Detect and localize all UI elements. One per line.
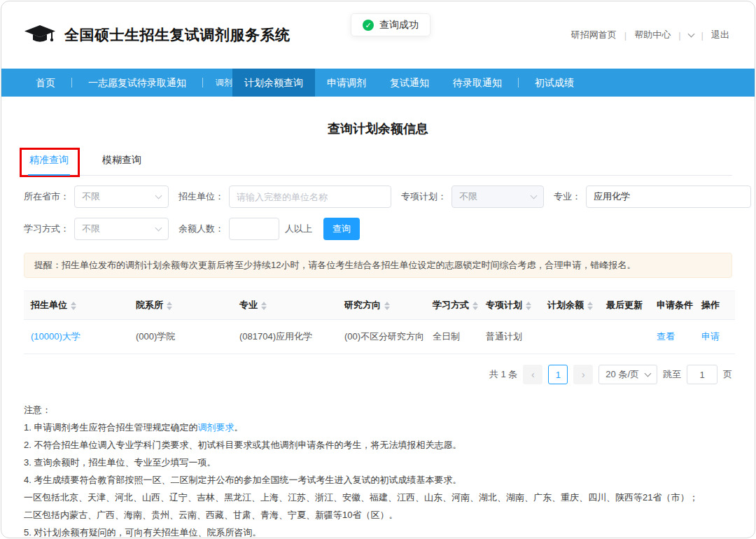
view-condition-link[interactable]: 查看 bbox=[657, 331, 675, 342]
filter-row-2: 学习方式： 不限 余额人数： 人以上 查询 bbox=[24, 218, 732, 240]
page-size-select[interactable]: 20 条/页 bbox=[598, 365, 657, 384]
major-label: 专业： bbox=[554, 190, 581, 203]
col-label: 院系所 bbox=[136, 300, 163, 310]
cell-last-update bbox=[599, 320, 650, 354]
note-1: 1. 申请调剂考生应符合招生管理规定确定的调剂要求。 bbox=[24, 419, 732, 436]
province-select[interactable]: 不限 bbox=[74, 186, 169, 208]
divider: | bbox=[701, 30, 704, 41]
success-check-icon: ✓ bbox=[363, 20, 374, 31]
col-header-unit[interactable]: 招生单位 bbox=[24, 291, 129, 320]
balance-count-label: 余额人数： bbox=[178, 223, 224, 235]
chevron-down-icon bbox=[531, 192, 538, 200]
tab-precise-label: 精准查询 bbox=[29, 154, 69, 165]
field-major: 专业： bbox=[554, 186, 751, 208]
col-header-study-mode[interactable]: 学习方式 bbox=[426, 291, 479, 320]
col-label: 最后更新 bbox=[606, 300, 643, 310]
jump-label: 跳至 bbox=[663, 368, 681, 381]
page-number-1[interactable]: 1 bbox=[548, 365, 568, 384]
tab-fuzzy-query[interactable]: 模糊查询 bbox=[101, 154, 143, 175]
filter-form: 所在省市： 不限 招生单位： 专项计划： 不限 专业： bbox=[24, 186, 732, 240]
next-page-button[interactable]: › bbox=[573, 365, 593, 384]
unit-label: 招生单位： bbox=[178, 190, 224, 203]
nav-item-plan-balance-query[interactable]: 计划余额查询 bbox=[232, 69, 315, 97]
col-header-department[interactable]: 院系所 bbox=[129, 291, 232, 320]
field-unit: 招生单位： bbox=[178, 186, 391, 208]
study-mode-label: 学习方式： bbox=[24, 223, 69, 235]
cell-study-mode: 全日制 bbox=[426, 320, 479, 354]
link-help-center[interactable]: 帮助中心 bbox=[634, 29, 671, 41]
field-study-mode: 学习方式： 不限 bbox=[24, 218, 169, 240]
app-window: 全国硕士生招生复试调剂服务系统 ✓ 查询成功 研招网首页 | 帮助中心 | | … bbox=[1, 1, 755, 538]
table-row: (10000)大学 (000)学院 (081704)应用化学 (00)不区分研究… bbox=[24, 320, 735, 354]
page-size-value: 20 条/页 bbox=[606, 368, 639, 381]
main-nav: 首页 一志愿复试待录取通知 调剂 计划余额查询 申请调剂 复试通知 待录取通知 … bbox=[1, 69, 755, 97]
col-label: 学习方式 bbox=[433, 300, 469, 310]
sort-icon[interactable] bbox=[472, 302, 478, 310]
search-button[interactable]: 查询 bbox=[323, 218, 360, 240]
note-2: 2. 不符合招生单位调入专业学科门类要求、初试科目要求或其他调剂申请条件的考生，… bbox=[24, 436, 732, 454]
query-tabs: 精准查询 模糊查询 bbox=[24, 154, 732, 176]
filter-row-1: 所在省市： 不限 招生单位： 专项计划： 不限 专业： bbox=[24, 186, 732, 208]
balance-count-input[interactable] bbox=[229, 218, 279, 240]
header-links: 研招网首页 | 帮助中心 | | 退出 bbox=[571, 29, 729, 41]
sort-icon[interactable] bbox=[71, 302, 76, 310]
col-label: 专业 bbox=[239, 300, 258, 310]
chevron-down-icon bbox=[645, 370, 652, 377]
col-label: 研究方向 bbox=[344, 300, 381, 310]
nav-item-initial-score[interactable]: 初试成绩 bbox=[523, 69, 586, 97]
prev-page-button[interactable]: ‹ bbox=[523, 365, 542, 384]
special-plan-select-value: 不限 bbox=[459, 190, 477, 203]
cell-department: (000)学院 bbox=[129, 320, 232, 354]
tab-precise-query[interactable]: 精准查询 bbox=[28, 154, 70, 175]
sort-icon[interactable] bbox=[526, 302, 531, 310]
nav-item-apply-adjustment[interactable]: 申请调剂 bbox=[315, 69, 378, 97]
cell-major: (081704)应用化学 bbox=[232, 320, 337, 354]
link-logout[interactable]: 退出 bbox=[711, 29, 729, 41]
col-header-action: 操作 bbox=[694, 291, 735, 320]
app-title: 全国硕士生招生复试调剂服务系统 bbox=[64, 25, 290, 45]
note-3: 3. 查询余额时，招生单位、专业至少填写一项。 bbox=[24, 454, 732, 471]
col-label: 计划余额 bbox=[547, 300, 584, 310]
sort-icon[interactable] bbox=[384, 302, 390, 310]
apply-link[interactable]: 申请 bbox=[701, 331, 720, 342]
nav-item-retest-notice[interactable]: 复试通知 bbox=[378, 69, 441, 97]
sort-icon[interactable] bbox=[167, 302, 172, 310]
field-balance-count: 余额人数： 人以上 bbox=[178, 218, 312, 240]
unit-link[interactable]: (10000)大学 bbox=[31, 331, 80, 342]
study-mode-select-value: 不限 bbox=[82, 223, 100, 235]
cell-plan-balance bbox=[540, 320, 599, 354]
nav-item-first-choice-notice[interactable]: 一志愿复试待录取通知 bbox=[76, 69, 198, 97]
cell-special-plan: 普通计划 bbox=[479, 320, 540, 354]
col-header-apply-condition: 申请条件 bbox=[650, 291, 694, 320]
page-unit-label: 页 bbox=[723, 368, 732, 381]
col-header-direction[interactable]: 研究方向 bbox=[337, 291, 426, 320]
col-header-special-plan[interactable]: 专项计划 bbox=[479, 291, 540, 320]
user-dropdown-chevron-icon[interactable] bbox=[687, 31, 694, 38]
major-input[interactable] bbox=[586, 186, 751, 208]
pagination: 共 1 条 ‹ 1 › 20 条/页 跳至 页 bbox=[24, 365, 732, 384]
nav-item-admission-notice[interactable]: 待录取通知 bbox=[441, 69, 514, 97]
nav-item-home[interactable]: 首页 bbox=[24, 69, 67, 97]
special-plan-select[interactable]: 不限 bbox=[451, 186, 544, 208]
sort-icon[interactable] bbox=[261, 302, 267, 310]
notes-section: 注意： 1. 申请调剂考生应符合招生管理规定确定的调剂要求。 2. 不符合招生单… bbox=[24, 401, 732, 538]
col-header-major[interactable]: 专业 bbox=[232, 291, 337, 320]
unit-input[interactable] bbox=[229, 186, 391, 208]
col-label: 操作 bbox=[701, 300, 720, 310]
page-title: 查询计划余额信息 bbox=[1, 120, 755, 137]
sort-icon[interactable] bbox=[587, 302, 593, 310]
chevron-down-icon bbox=[155, 225, 162, 232]
col-header-plan-balance[interactable]: 计划余额 bbox=[540, 291, 599, 320]
note-5: 5. 对计划余额有疑问的，可向有关招生单位、院系所咨询。 bbox=[24, 524, 732, 538]
link-yanzhao-home[interactable]: 研招网首页 bbox=[571, 29, 617, 41]
jump-page-input[interactable] bbox=[687, 365, 718, 384]
field-province: 所在省市： 不限 bbox=[24, 186, 169, 208]
results-table: 招生单位 院系所 专业 研究方向 学习方式 专项计划 计划余额 最后更新 申请条… bbox=[24, 290, 735, 354]
col-label: 专项计划 bbox=[486, 300, 522, 310]
col-label: 招生单位 bbox=[31, 300, 67, 310]
note-4: 4. 考生成绩要符合教育部按照一区、二区制定并公布的参加全国统一考试考生进入复试… bbox=[24, 471, 732, 489]
nav-divider bbox=[71, 78, 72, 88]
study-mode-select[interactable]: 不限 bbox=[74, 218, 169, 240]
adjustment-requirements-link[interactable]: 调剂要求 bbox=[197, 422, 234, 433]
toast-text: 查询成功 bbox=[379, 19, 419, 31]
